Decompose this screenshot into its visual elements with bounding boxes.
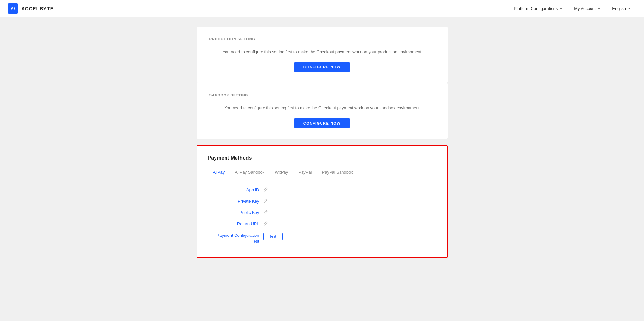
main-content: PRODUCTION SETTING You need to configure… [0,17,644,321]
field-row-private-key: Private Key [208,199,437,204]
svg-text:A3: A3 [11,6,16,11]
platform-configurations-label: Platform Configurations [514,6,558,11]
tab-wxpay[interactable]: WxPay [270,166,293,178]
logo-icon: A3 [8,3,18,14]
public-key-edit-icon[interactable] [263,210,268,215]
header: A3 ACCELBYTE Platform Configurations My … [0,0,644,17]
my-account-nav[interactable]: My Account [568,0,606,17]
platform-configurations-chevron [560,8,562,9]
sandbox-setting-title: SANDBOX SETTING [209,93,435,97]
platform-configurations-nav[interactable]: Platform Configurations [508,0,568,17]
content-wrapper: PRODUCTION SETTING You need to configure… [197,27,448,311]
payment-tabs: AliPay AliPay Sandbox WxPay PayPal PayPa… [208,166,437,178]
payment-methods-card: Payment Methods AliPay AliPay Sandbox Wx… [197,145,448,258]
logo-text: ACCELBYTE [21,6,54,11]
language-chevron [628,8,630,9]
payment-config-test-row: Payment Configuration Test Test [208,233,437,244]
production-setting-card: PRODUCTION SETTING You need to configure… [197,27,448,83]
return-url-edit-icon[interactable] [263,221,268,226]
app-id-label: App ID [208,187,259,192]
payment-config-test-button[interactable]: Test [263,233,283,240]
return-url-label: Return URL [208,221,259,226]
logo: A3 ACCELBYTE [8,3,508,14]
tab-alipay[interactable]: AliPay [208,166,230,178]
private-key-label: Private Key [208,199,259,204]
language-nav[interactable]: English [606,0,636,17]
tab-alipay-sandbox[interactable]: AliPay Sandbox [230,166,270,178]
app-id-edit-icon[interactable] [263,187,268,192]
sandbox-setting-card: SANDBOX SETTING You need to configure th… [197,83,448,139]
sandbox-setting-description: You need to configure this setting first… [209,105,435,112]
payment-config-label: Payment Configuration Test [208,233,259,244]
language-label: English [612,6,626,11]
header-nav: Platform Configurations My Account Engli… [508,0,636,17]
production-configure-now-button[interactable]: CONFIGURE NOW [294,62,350,72]
payment-methods-title: Payment Methods [208,155,437,161]
public-key-label: Public Key [208,210,259,215]
production-setting-title: PRODUCTION SETTING [209,37,435,41]
my-account-chevron [598,8,600,9]
field-row-return-url: Return URL [208,221,437,226]
tab-paypal[interactable]: PayPal [293,166,317,178]
my-account-label: My Account [574,6,596,11]
field-row-app-id: App ID [208,187,437,192]
field-row-public-key: Public Key [208,210,437,215]
production-setting-description: You need to configure this setting first… [209,49,435,55]
sandbox-configure-now-button[interactable]: CONFIGURE NOW [294,118,350,128]
private-key-edit-icon[interactable] [263,199,268,203]
tab-paypal-sandbox[interactable]: PayPal Sandbox [317,166,358,178]
